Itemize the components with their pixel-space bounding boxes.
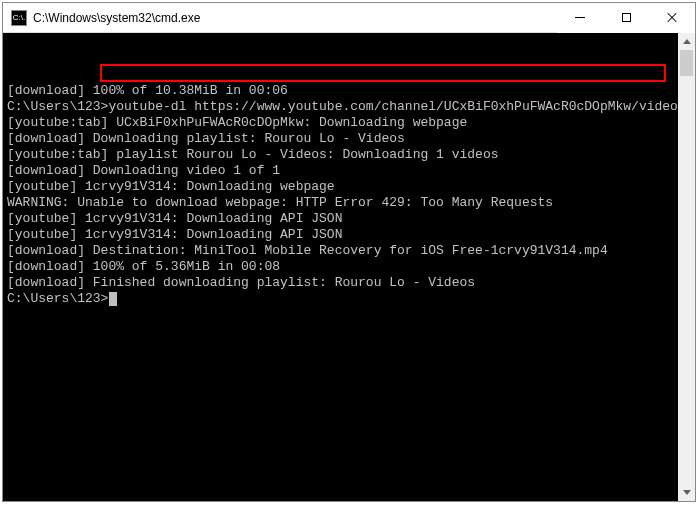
chevron-up-icon bbox=[683, 39, 691, 44]
terminal-line: C:\Users\123>youtube-dl https://www.yout… bbox=[7, 99, 674, 115]
scroll-up-button[interactable] bbox=[678, 33, 695, 50]
close-icon bbox=[666, 12, 678, 24]
terminal-line: WARNING: Unable to download webpage: HTT… bbox=[7, 195, 674, 211]
window-title: C:\Windows\system32\cmd.exe bbox=[27, 11, 557, 25]
terminal-line: [youtube] 1crvy91V314: Downloading API J… bbox=[7, 227, 674, 243]
terminal-output[interactable]: [download] 100% of 10.38MiB in 00:06C:\U… bbox=[3, 33, 678, 501]
terminal-line: [download] Finished downloading playlist… bbox=[7, 275, 674, 291]
terminal-prompt[interactable]: C:\Users\123> bbox=[7, 291, 674, 307]
minimize-button[interactable] bbox=[557, 3, 603, 33]
close-button[interactable] bbox=[649, 3, 695, 33]
terminal-line: [download] Downloading video 1 of 1 bbox=[7, 163, 674, 179]
cmd-window: C:\. C:\Windows\system32\cmd.exe [downlo… bbox=[2, 2, 696, 502]
terminal-line: [youtube] 1crvy91V314: Downloading webpa… bbox=[7, 179, 674, 195]
cmd-icon: C:\. bbox=[11, 10, 27, 26]
terminal-line: [download] 100% of 5.36MiB in 00:08 bbox=[7, 259, 674, 275]
terminal-line: [download] 100% of 10.38MiB in 00:06 bbox=[7, 83, 674, 99]
cursor bbox=[109, 292, 117, 306]
scrollbar-thumb[interactable] bbox=[680, 50, 693, 76]
maximize-button[interactable] bbox=[603, 3, 649, 33]
minimize-icon bbox=[575, 17, 585, 18]
terminal-container: [download] 100% of 10.38MiB in 00:06C:\U… bbox=[3, 33, 695, 501]
window-controls bbox=[557, 3, 695, 33]
scroll-down-button[interactable] bbox=[678, 484, 695, 501]
prompt-text: C:\Users\123> bbox=[7, 291, 108, 306]
terminal-line: [download] Destination: MiniTool Mobile … bbox=[7, 243, 674, 259]
command-highlight-box bbox=[100, 64, 666, 82]
chevron-down-icon bbox=[683, 490, 691, 495]
maximize-icon bbox=[622, 13, 631, 22]
titlebar[interactable]: C:\. C:\Windows\system32\cmd.exe bbox=[3, 3, 695, 33]
terminal-line: [youtube:tab] UCxBiF0xhPuFWAcR0cDOpMkw: … bbox=[7, 115, 674, 131]
vertical-scrollbar[interactable] bbox=[678, 33, 695, 501]
terminal-line: [youtube:tab] playlist Rourou Lo - Video… bbox=[7, 147, 674, 163]
terminal-line: [download] Downloading playlist: Rourou … bbox=[7, 131, 674, 147]
terminal-line: [youtube] 1crvy91V314: Downloading API J… bbox=[7, 211, 674, 227]
